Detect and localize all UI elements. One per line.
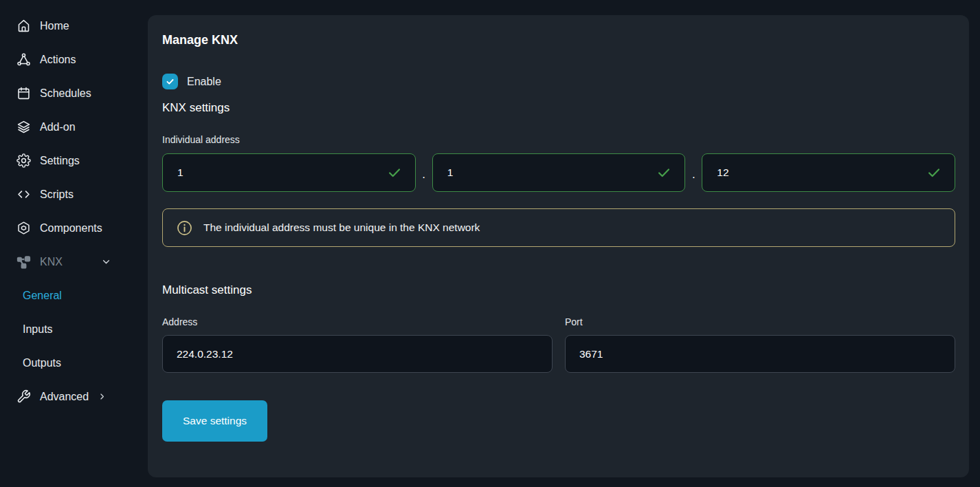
sidebar-subitem-inputs[interactable]: Inputs <box>0 312 148 346</box>
address-separator: . <box>685 168 702 182</box>
sidebar-item-knx[interactable]: KNX <box>0 245 148 279</box>
multicast-address-group: Address <box>162 297 553 373</box>
multicast-port-group: Port <box>565 297 955 373</box>
individual-address-label: Individual address <box>162 134 955 145</box>
address-separator: . <box>416 168 432 182</box>
enable-row: Enable <box>162 74 955 89</box>
sidebar: Home Actions Schedules Add-on Settings S… <box>0 0 148 487</box>
sidebar-item-scripts[interactable]: Scripts <box>0 177 148 211</box>
info-icon <box>176 219 193 237</box>
manage-knx-panel: Manage KNX Enable KNX settings Individua… <box>148 15 969 477</box>
layers-icon <box>16 120 31 134</box>
home-icon <box>16 19 31 33</box>
sidebar-item-label: Add-on <box>40 121 76 133</box>
enable-label: Enable <box>187 76 221 88</box>
address-part-input-2[interactable] <box>432 153 686 192</box>
knx-topology-icon <box>16 255 31 269</box>
sidebar-item-label: Actions <box>40 54 76 66</box>
chevron-right-icon <box>97 391 107 402</box>
gear-icon <box>16 153 31 168</box>
sidebar-item-settings[interactable]: Settings <box>0 144 148 177</box>
sidebar-item-label: Advanced <box>40 391 89 403</box>
address-part-field-2 <box>432 153 686 192</box>
sidebar-subitem-label: Inputs <box>23 323 53 336</box>
sidebar-subitem-outputs[interactable]: Outputs <box>0 346 148 380</box>
multicast-address-input[interactable] <box>162 335 553 373</box>
valid-check-icon <box>387 165 402 180</box>
sidebar-item-components[interactable]: Components <box>0 211 148 245</box>
code-icon <box>16 187 31 202</box>
save-settings-button[interactable]: Save settings <box>162 400 267 442</box>
address-part-field-1 <box>162 153 416 192</box>
cube-icon <box>16 221 31 235</box>
wrench-icon <box>16 389 31 404</box>
sidebar-subitem-label: Outputs <box>23 357 61 369</box>
sidebar-item-advanced[interactable]: Advanced <box>0 380 148 413</box>
sidebar-item-label: Home <box>40 20 69 32</box>
sidebar-item-label: KNX <box>40 256 63 268</box>
sidebar-item-home[interactable]: Home <box>0 9 148 43</box>
calendar-icon <box>16 86 31 100</box>
checkmark-icon <box>165 76 175 87</box>
enable-checkbox[interactable] <box>162 74 178 89</box>
valid-check-icon <box>656 165 671 180</box>
sidebar-item-actions[interactable]: Actions <box>0 43 148 76</box>
individual-address-row: . . <box>162 153 955 192</box>
knx-settings-heading: KNX settings <box>162 101 955 115</box>
multicast-settings-heading: Multicast settings <box>162 283 955 297</box>
sidebar-item-label: Schedules <box>40 87 91 100</box>
info-banner: The individual address must be unique in… <box>162 208 955 247</box>
sidebar-item-schedules[interactable]: Schedules <box>0 76 148 110</box>
sidebar-subitem-general[interactable]: General <box>0 279 148 312</box>
multicast-fields: Address Port <box>162 297 955 373</box>
page-title: Manage KNX <box>162 33 955 47</box>
multicast-address-label: Address <box>162 316 553 327</box>
sidebar-subitem-label: General <box>23 290 62 302</box>
address-part-input-1[interactable] <box>162 153 416 192</box>
sidebar-item-addon[interactable]: Add-on <box>0 110 148 144</box>
actions-icon <box>16 52 31 67</box>
sidebar-item-label: Settings <box>40 155 80 167</box>
sidebar-item-label: Components <box>40 222 102 235</box>
sidebar-item-label: Scripts <box>40 188 74 201</box>
info-message: The individual address must be unique in… <box>203 221 480 234</box>
multicast-port-input[interactable] <box>565 335 955 373</box>
address-part-field-3 <box>702 153 955 192</box>
address-part-input-3[interactable] <box>702 153 955 192</box>
chevron-down-icon <box>100 256 112 268</box>
valid-check-icon <box>926 165 942 180</box>
multicast-port-label: Port <box>565 316 955 327</box>
